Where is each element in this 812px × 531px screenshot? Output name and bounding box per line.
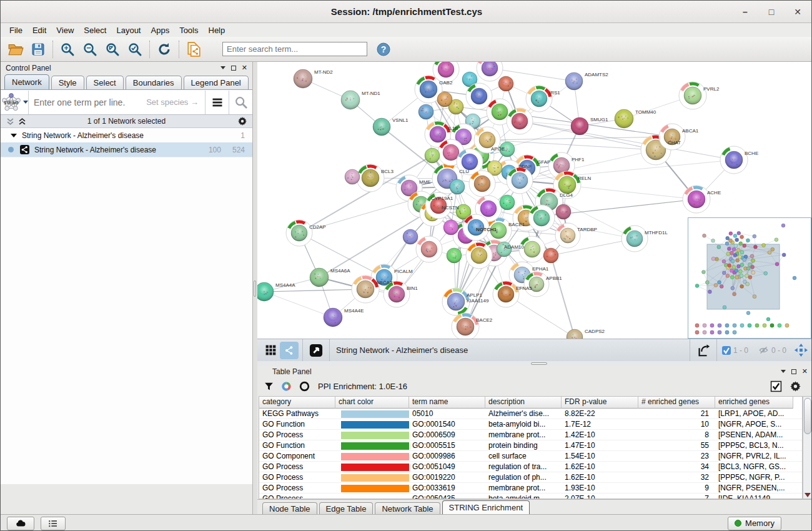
chart-icon[interactable] <box>280 380 292 392</box>
table-scrollbar[interactable] <box>803 396 812 499</box>
svg-text:ABCA7: ABCA7 <box>376 280 393 285</box>
tab-style[interactable]: Style <box>51 76 84 89</box>
table-splitter-grip[interactable] <box>531 362 547 365</box>
network-row[interactable]: String Network - Alzheimer's disease 100… <box>1 142 252 157</box>
current-network-dot-icon <box>8 147 14 152</box>
svg-text:BACE2: BACE2 <box>476 317 493 323</box>
table-cell: membrane prot... <box>485 430 562 440</box>
enrichment-table-body: KEGG Pathways05010Alzheimer's dise...8.8… <box>259 409 802 499</box>
tab-string-enrichment[interactable]: STRING Enrichment <box>442 500 530 514</box>
scrollbar-thumb[interactable] <box>804 398 811 434</box>
zoom-fit-button[interactable] <box>101 39 124 60</box>
navigator-toggle-button[interactable] <box>791 342 810 359</box>
table-settings-gear-icon[interactable] <box>790 380 801 392</box>
scroll-down-arrow[interactable] <box>805 493 811 497</box>
string-protein-query-selector[interactable] <box>1 91 28 114</box>
query-search-button[interactable] <box>229 91 252 114</box>
table-row[interactable]: GO ProcessGO:0033619membrane prot...1.93… <box>259 483 802 494</box>
svg-text:CD2AP: CD2AP <box>309 224 326 230</box>
zoom-out-button[interactable]: − <box>79 39 101 60</box>
table-row[interactable]: GO FunctionGO:0005515protein binding1.47… <box>259 440 802 451</box>
panel-float-icon[interactable] <box>231 66 236 71</box>
column-header-4[interactable]: FDR p-value <box>562 397 638 409</box>
svg-text:MT-ND1: MT-ND1 <box>362 91 380 96</box>
network-collection-row[interactable]: String Network - Alzheimer's disease 1 <box>1 128 252 142</box>
menu-item-layout[interactable]: Layout <box>111 24 146 36</box>
column-header-6[interactable]: enriched genes <box>715 397 793 409</box>
table-panel-float-icon[interactable] <box>791 369 796 374</box>
save-session-button[interactable] <box>27 39 49 60</box>
svg-text:APLP1: APLP1 <box>467 292 482 298</box>
search-input[interactable] <box>222 42 367 56</box>
refresh-button[interactable] <box>153 39 176 60</box>
menu-item-tools[interactable]: Tools <box>174 24 203 36</box>
panel-menu-icon[interactable] <box>220 66 225 69</box>
task-history-button[interactable] <box>41 517 66 530</box>
grid-view-button[interactable] <box>261 342 280 359</box>
column-header-0[interactable]: category <box>259 397 335 409</box>
table-splitter[interactable] <box>257 361 812 366</box>
table-row[interactable]: GO ProcessGO:0006509membrane prot...1.42… <box>259 430 802 440</box>
network-node-count: 100 <box>209 146 221 154</box>
tab-select[interactable]: Select <box>86 76 124 89</box>
panel-splitter[interactable] <box>253 62 257 514</box>
open-session-button[interactable] <box>4 39 27 60</box>
svg-text:EFNA5: EFNA5 <box>516 285 532 291</box>
splitter-grip[interactable] <box>254 280 256 297</box>
menu-item-file[interactable]: File <box>4 24 27 36</box>
table-panel-menu-icon[interactable] <box>781 370 786 373</box>
select-all-checkbox-icon[interactable] <box>770 380 782 392</box>
column-header-5[interactable]: # enriched genes <box>638 397 715 409</box>
table-row[interactable]: GO ProcessGO:0051049regulation of tra...… <box>259 462 802 472</box>
table-row[interactable]: GO ComponentGO:0009986cell surface1.54E-… <box>259 451 802 462</box>
column-header-1[interactable]: chart color <box>335 397 409 409</box>
table-cell: 7 <box>638 494 715 499</box>
minimize-button[interactable]: – <box>736 4 754 19</box>
menu-item-view[interactable]: View <box>51 24 79 36</box>
memory-button[interactable]: Memory <box>728 517 781 530</box>
table-row[interactable]: GO ProcessGO:0019220regulation of ph...1… <box>259 472 802 483</box>
column-header-3[interactable]: description <box>485 397 562 409</box>
string-query-input[interactable] <box>34 97 200 107</box>
table-cell <box>335 440 409 450</box>
query-options-button[interactable] <box>205 91 229 114</box>
tab-network[interactable]: Network <box>4 74 49 89</box>
svg-text:ACHE: ACHE <box>707 190 721 196</box>
table-cell: [BCL3, NGFR, GS... <box>715 462 793 472</box>
string-style-button[interactable] <box>280 342 299 359</box>
export-network-button[interactable] <box>694 342 713 359</box>
tree-expand-icon[interactable] <box>11 134 17 137</box>
column-header-2[interactable]: term name <box>409 397 485 409</box>
network-label: String Network - Alzheimer's disease <box>34 146 156 154</box>
maximize-button[interactable]: □ <box>763 4 780 19</box>
zoom-selected-button[interactable] <box>124 39 146 60</box>
zoom-in-button[interactable]: + <box>56 39 79 60</box>
tab-boundaries[interactable]: Boundaries <box>126 76 182 89</box>
close-button[interactable]: ✕ <box>789 4 806 19</box>
menu-item-edit[interactable]: Edit <box>27 24 51 36</box>
table-row[interactable]: KEGG Pathways05010Alzheimer's dise...8.8… <box>259 409 802 419</box>
birds-eye-navigator[interactable] <box>688 217 811 339</box>
menu-item-help[interactable]: Help <box>204 24 230 36</box>
panel-close-icon[interactable]: ✕ <box>242 64 247 71</box>
table-panel-close-icon[interactable]: ✕ <box>802 368 808 375</box>
control-panel-tabs: NetworkStyleSelectBoundariesLegend Panel <box>1 74 252 90</box>
svg-text:MT-ND2: MT-ND2 <box>314 69 333 75</box>
help-button[interactable] <box>376 42 391 57</box>
network-canvas[interactable]: MT-ND2MT-ND1VSNL1GAB2ADAMTS2PVRL2TOMM40S… <box>257 62 812 339</box>
tab-node-table[interactable]: Node Table <box>262 502 317 514</box>
tab-legend-panel[interactable]: Legend Panel <box>184 76 249 89</box>
ring-chart-icon[interactable] <box>299 380 310 392</box>
tab-edge-table[interactable]: Edge Table <box>319 502 374 514</box>
network-from-file-button[interactable] <box>182 39 205 60</box>
table-row[interactable]: GO ProcessGO:0050435beta-amyloid m...2.0… <box>259 494 802 499</box>
table-row[interactable]: GO FunctionGO:0001540beta-amyloid bi...1… <box>259 419 802 430</box>
menu-item-apps[interactable]: Apps <box>146 24 175 36</box>
tab-network-table[interactable]: Network Table <box>375 502 440 514</box>
menu-item-select[interactable]: Select <box>79 24 111 36</box>
network-options-gear-icon[interactable] <box>237 116 247 126</box>
table-cell <box>335 419 409 429</box>
open-in-new-button[interactable] <box>307 342 325 359</box>
cloud-tasks-button[interactable] <box>7 517 34 530</box>
filter-icon[interactable] <box>264 381 274 392</box>
